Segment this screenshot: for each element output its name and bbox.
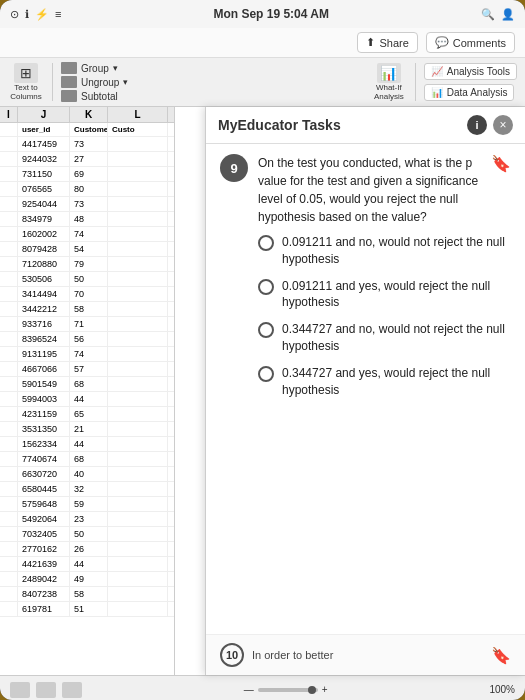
table-row[interactable]: 248904249 — [0, 572, 174, 587]
option-a-text: 0.091211 and no, would not reject the nu… — [282, 234, 511, 268]
option-a[interactable]: 0.091211 and no, would not reject the nu… — [258, 234, 511, 268]
col-header-l: L — [108, 107, 168, 122]
info-button[interactable]: i — [467, 115, 487, 135]
table-row[interactable]: 93371671 — [0, 317, 174, 332]
ribbon-group-actions: Group ▾ Ungroup ▾ Subtotal — [61, 62, 363, 102]
comments-button[interactable]: 💬 Comments — [426, 32, 515, 53]
status-right-icons: 🔍 👤 — [481, 8, 515, 21]
zoom-slider[interactable] — [258, 688, 318, 692]
zoom-percent: 100% — [489, 684, 515, 695]
bottom-bar: — + 100% — [0, 675, 525, 700]
data-analysis-button[interactable]: 📊 Data Analysis — [424, 84, 515, 101]
ribbon-group-text: ⊞ Text to Columns — [8, 63, 53, 102]
col-header-i: I — [0, 107, 18, 122]
group-icon — [61, 62, 77, 74]
table-row[interactable]: 807942854 — [0, 242, 174, 257]
subtotal-button[interactable]: Subtotal — [61, 90, 363, 102]
table-row[interactable]: 663072040 — [0, 467, 174, 482]
table-row[interactable]: 924403227 — [0, 152, 174, 167]
status-icon-3: ⚡ — [35, 8, 49, 21]
radio-a[interactable] — [258, 235, 274, 251]
radio-b[interactable] — [258, 279, 274, 295]
search-icon[interactable]: 🔍 — [481, 8, 495, 21]
table-row[interactable]: 344221258 — [0, 302, 174, 317]
table-row[interactable]: 277016226 — [0, 542, 174, 557]
table-row[interactable]: 549206423 — [0, 512, 174, 527]
option-d-text: 0.344727 and yes, would reject the null … — [282, 365, 511, 399]
table-row[interactable]: 156233444 — [0, 437, 174, 452]
next-question-number: 10 — [220, 643, 244, 667]
bottom-left — [10, 682, 82, 698]
question-content: On the test you conducted, what is the p… — [258, 154, 511, 398]
option-c[interactable]: 0.344727 and no, would not reject the nu… — [258, 321, 511, 355]
table-row[interactable]: 575964859 — [0, 497, 174, 512]
analysis-tools-button[interactable]: 📈 Analysis Tools — [424, 63, 517, 80]
table-row[interactable]: 07656580 — [0, 182, 174, 197]
table-row[interactable]: 53050650 — [0, 272, 174, 287]
myeducator-panel: MyEducator Tasks i × 9 On the test you c… — [205, 107, 525, 675]
zoom-minus-button[interactable]: — — [244, 684, 254, 695]
table-row[interactable]: 599400344 — [0, 392, 174, 407]
table-row[interactable]: 839652456 — [0, 332, 174, 347]
subtotal-icon — [61, 90, 77, 102]
table-row[interactable]: 442163944 — [0, 557, 174, 572]
table-row[interactable]: 913119574 — [0, 347, 174, 362]
table-row[interactable]: 83497948 — [0, 212, 174, 227]
data-analysis-icon: 📊 — [431, 87, 443, 98]
next-bookmark-icon: 🔖 — [491, 646, 511, 665]
table-row[interactable]: 658044532 — [0, 482, 174, 497]
comments-icon: 💬 — [435, 36, 449, 49]
table-row[interactable]: 925404473 — [0, 197, 174, 212]
sheet-header: I J K L — [0, 107, 174, 123]
table-row[interactable]: 466706657 — [0, 362, 174, 377]
option-d[interactable]: 0.344727 and yes, would reject the null … — [258, 365, 511, 399]
analysis-tools-icon: 📈 — [431, 66, 443, 77]
panel-body: 9 On the test you conducted, what is the… — [206, 144, 525, 634]
ungroup-button[interactable]: Ungroup ▾ — [61, 76, 363, 88]
next-question-text: In order to better — [252, 649, 333, 661]
whatif-icon: 📊 — [377, 63, 401, 83]
text-to-columns-button[interactable]: ⊞ Text to Columns — [8, 63, 44, 102]
ungroup-icon — [61, 76, 77, 88]
table-row[interactable]: 441745973 — [0, 137, 174, 152]
page-view-button[interactable] — [62, 682, 82, 698]
option-b[interactable]: 0.091211 and yes, would reject the null … — [258, 278, 511, 312]
radio-d[interactable] — [258, 366, 274, 382]
question-block: 9 On the test you conducted, what is the… — [220, 154, 511, 398]
table-row[interactable]: 774067468 — [0, 452, 174, 467]
whatif-button[interactable]: 📊 What-If Analysis — [371, 63, 407, 102]
col-header-j: J — [18, 107, 70, 122]
zoom-plus-button[interactable]: + — [322, 684, 328, 695]
table-row[interactable]: 703240550 — [0, 527, 174, 542]
status-icon-4: ≡ — [55, 8, 61, 20]
list-view-button[interactable] — [36, 682, 56, 698]
radio-c[interactable] — [258, 322, 274, 338]
table-row[interactable]: 423115965 — [0, 407, 174, 422]
table-row[interactable]: 353135021 — [0, 422, 174, 437]
panel-title: MyEducator Tasks — [218, 117, 341, 133]
profile-icon[interactable]: 👤 — [501, 8, 515, 21]
question-number: 9 — [220, 154, 248, 182]
bottom-right: 100% — [489, 684, 515, 695]
bookmark-icon[interactable]: 🔖 — [491, 154, 511, 173]
zoom-thumb — [308, 686, 316, 694]
table-row[interactable]: 73115069 — [0, 167, 174, 182]
option-b-text: 0.091211 and yes, would reject the null … — [282, 278, 511, 312]
share-icon: ⬆ — [366, 36, 375, 49]
ribbon-main: ⊞ Text to Columns Group ▾ Ungroup ▾ — [0, 58, 525, 106]
table-row[interactable]: 840723858 — [0, 587, 174, 602]
status-icon-1: ⊙ — [10, 8, 19, 21]
table-row[interactable]: 160200274 — [0, 227, 174, 242]
next-question-preview: 10 In order to better 🔖 — [206, 634, 525, 675]
table-row[interactable]: 341449470 — [0, 287, 174, 302]
table-row[interactable]: 61978151 — [0, 602, 174, 617]
panel-header: MyEducator Tasks i × — [206, 107, 525, 144]
share-button[interactable]: ⬆ Share — [357, 32, 417, 53]
grid-view-button[interactable] — [10, 682, 30, 698]
table-row[interactable]: 712088079 — [0, 257, 174, 272]
status-icon-2: ℹ — [25, 8, 29, 21]
group-button[interactable]: Group ▾ — [61, 62, 363, 74]
table-row[interactable]: 590154968 — [0, 377, 174, 392]
close-panel-button[interactable]: × — [493, 115, 513, 135]
ribbon-group-whatif: 📊 What-If Analysis — [371, 63, 416, 102]
